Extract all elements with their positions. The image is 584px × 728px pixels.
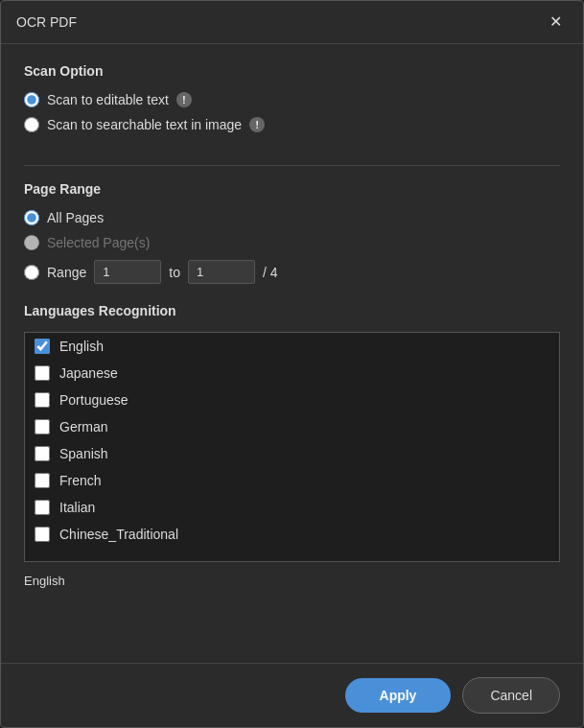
english-label: English: [59, 339, 104, 354]
range-to-input[interactable]: [188, 260, 255, 284]
chinese-traditional-label: Chinese_Traditional: [59, 527, 178, 542]
dialog-content: Scan Option Scan to editable text ! Scan…: [1, 44, 583, 663]
japanese-checkbox[interactable]: [35, 365, 50, 381]
selected-languages-display: English: [24, 566, 560, 596]
range-radio[interactable]: [24, 265, 39, 280]
french-checkbox[interactable]: [35, 473, 50, 488]
scan-editable-label: Scan to editable text: [47, 92, 169, 107]
languages-title: Languages Recognition: [24, 303, 560, 318]
french-label: French: [59, 473, 102, 488]
english-checkbox[interactable]: [35, 339, 50, 354]
dialog-title: OCR PDF: [16, 14, 77, 30]
italian-checkbox[interactable]: [35, 500, 50, 515]
list-item[interactable]: German: [25, 413, 559, 440]
page-range-title: Page Range: [24, 181, 560, 197]
scan-editable-radio[interactable]: [24, 92, 39, 107]
title-bar: OCR PDF ✕: [1, 1, 583, 44]
all-pages-option[interactable]: All Pages: [24, 210, 560, 225]
list-item[interactable]: Chinese_Traditional: [25, 521, 559, 548]
cancel-button[interactable]: Cancel: [462, 677, 560, 714]
spanish-checkbox[interactable]: [35, 446, 50, 461]
apply-button[interactable]: Apply: [345, 678, 452, 713]
divider-1: [24, 165, 560, 166]
range-from-input[interactable]: [94, 260, 161, 284]
page-range-section: Page Range All Pages Selected Page(s) Ra…: [24, 181, 560, 284]
italian-label: Italian: [59, 500, 95, 515]
searchable-info-icon: !: [249, 117, 265, 132]
scan-searchable-label: Scan to searchable text in image: [47, 117, 242, 132]
german-label: German: [59, 419, 108, 434]
chinese-traditional-checkbox[interactable]: [35, 527, 50, 542]
list-item[interactable]: English: [25, 333, 559, 360]
portuguese-checkbox[interactable]: [35, 392, 50, 408]
spanish-label: Spanish: [59, 446, 108, 461]
list-item[interactable]: Spanish: [25, 440, 559, 467]
german-checkbox[interactable]: [35, 419, 50, 434]
list-item[interactable]: Italian: [25, 494, 559, 521]
scan-editable-option[interactable]: Scan to editable text !: [24, 92, 560, 107]
portuguese-label: Portuguese: [59, 392, 128, 408]
scan-option-title: Scan Option: [24, 63, 560, 79]
scan-searchable-option[interactable]: Scan to searchable text in image !: [24, 117, 560, 132]
japanese-label: Japanese: [59, 365, 118, 381]
scan-option-section: Scan Option Scan to editable text ! Scan…: [24, 63, 560, 142]
list-item[interactable]: Japanese: [25, 360, 559, 387]
list-item[interactable]: French: [25, 467, 559, 494]
scan-searchable-radio[interactable]: [24, 117, 39, 132]
dialog-footer: Apply Cancel: [1, 663, 583, 727]
close-button[interactable]: ✕: [544, 12, 568, 32]
editable-info-icon: !: [176, 92, 192, 107]
languages-list[interactable]: English Japanese Portuguese German: [24, 332, 560, 562]
ocr-pdf-dialog: OCR PDF ✕ Scan Option Scan to editable t…: [0, 0, 584, 728]
total-pages-label: / 4: [263, 265, 278, 280]
selected-pages-radio[interactable]: [24, 235, 39, 250]
range-label: Range: [47, 265, 86, 280]
selected-pages-option[interactable]: Selected Page(s): [24, 235, 560, 250]
selected-pages-label: Selected Page(s): [47, 235, 150, 250]
all-pages-radio[interactable]: [24, 210, 39, 225]
range-to-text: to: [169, 265, 180, 280]
list-item[interactable]: Portuguese: [25, 387, 559, 413]
all-pages-label: All Pages: [47, 210, 104, 225]
range-row: Range to / 4: [24, 260, 560, 284]
languages-section: Languages Recognition English Japanese P…: [24, 303, 560, 644]
